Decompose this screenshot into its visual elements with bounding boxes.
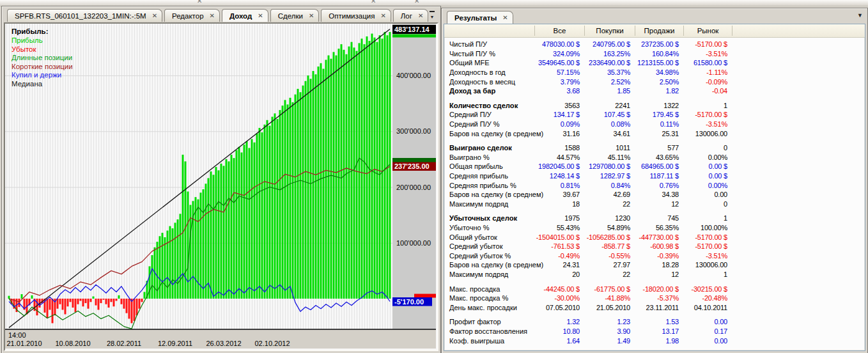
- tab-close-icon[interactable]: ✕: [380, 12, 385, 19]
- chart-window-tabstrip: SPFB.RTS_060101_132203_1MIN:-:5M✕Редакто…: [2, 6, 440, 22]
- x-tick-label: 02.10.2012: [254, 340, 290, 347]
- equity-bar: [88, 299, 89, 309]
- equity-bar: [149, 266, 151, 299]
- table-cell: -0.09%: [684, 78, 732, 86]
- row-label: Средняя прибыль %: [444, 182, 535, 189]
- table-cell: 1975: [535, 214, 585, 222]
- table-row[interactable]: Доход за бар3.681.851.82-0.04: [444, 86, 865, 96]
- table-row[interactable]: Убыточно %55.43%54.89%56.35%100.00%: [444, 223, 865, 233]
- column-header[interactable]: Покупки: [585, 26, 635, 36]
- tab-overflow-button[interactable]: ▼: [428, 10, 437, 19]
- table-cell: 1.98: [635, 337, 684, 345]
- table-cell: 20: [535, 271, 585, 278]
- table-row[interactable]: Средний убыток-761.53 $-858.77 $-600.98 …: [444, 242, 865, 251]
- table-row[interactable]: Макс. просадка %-30.00%-41.88%-5.37%-20.…: [444, 294, 865, 303]
- table-cell: 1: [684, 102, 732, 109]
- chart-window-tab[interactable]: Оптимизация✕: [321, 9, 391, 22]
- table-cell: 0.76%: [635, 182, 684, 189]
- chart-window-tab[interactable]: Редактор✕: [164, 9, 220, 22]
- table-row[interactable]: Средний убыток %-0.49%-0.55%-0.39%-3.51%: [444, 251, 865, 260]
- equity-bar: [172, 228, 174, 299]
- table-row[interactable]: Убыточных сделок197512307451: [444, 214, 865, 223]
- table-cell: -5170.00 $: [684, 111, 732, 118]
- tab-close-icon[interactable]: ✕: [258, 12, 263, 19]
- chart-window-tab[interactable]: SPFB.RTS_060101_132203_1MIN:-:5M✕: [7, 9, 162, 22]
- column-header[interactable]: Все: [535, 26, 585, 36]
- equity-bar: [52, 299, 54, 323]
- equity-chart[interactable]: 400'000.00300'000.00200'000.00100'000.00…: [5, 24, 436, 349]
- window-dropdown-icon[interactable]: ▼: [857, 12, 863, 19]
- table-row[interactable]: Общая прибыль1982045.00 $1297080.00 $684…: [444, 162, 865, 171]
- equity-bar: [379, 35, 381, 299]
- table-row[interactable]: Общий MFE3549645.00 $2336490.00 $1213155…: [444, 58, 865, 68]
- equity-bar: [151, 255, 153, 299]
- column-header-label[interactable]: [444, 26, 535, 36]
- chart-window-tab[interactable]: Лог✕: [393, 9, 429, 22]
- table-row[interactable]: Количество сделок3563224113221: [444, 101, 865, 111]
- table-row[interactable]: Средняя прибыль1248.14 $1282.97 $1187.11…: [444, 171, 865, 181]
- equity-bar: [297, 89, 299, 299]
- row-label: Фактор восстановления: [444, 327, 535, 335]
- table-row[interactable]: Профит фактор1.321.231.530.00: [444, 317, 865, 327]
- equity-bar: [302, 86, 304, 299]
- tab-close-icon[interactable]: ✕: [502, 14, 508, 21]
- column-header[interactable]: Рынок: [684, 26, 732, 36]
- table-row[interactable]: Коэф. выигрыша1.641.491.980.00: [444, 336, 865, 345]
- table-cell: 3.90: [585, 327, 635, 335]
- tab-close-icon[interactable]: ✕: [418, 12, 423, 19]
- table-row[interactable]: Средний П/У %0.09%0.08%0.11%-3.51%: [444, 120, 865, 129]
- table-row[interactable]: Общий убыток-1504015.00 $-1056285.00 $-4…: [444, 232, 865, 242]
- tab-close-icon[interactable]: ✕: [152, 12, 157, 19]
- tab-close-icon[interactable]: ✕: [309, 12, 314, 19]
- table-cell: 1.32: [535, 318, 585, 326]
- equity-bar: [318, 67, 320, 299]
- table-cell: -858.77 $: [585, 242, 635, 250]
- equity-bar: [356, 51, 358, 299]
- equity-bar: [366, 36, 368, 299]
- ghost-close-icon: ✕: [371, 0, 376, 4]
- table-row[interactable]: Максимум подряд1822120: [444, 200, 865, 209]
- equity-bar: [323, 69, 325, 299]
- table-row[interactable]: Баров на сделку (в среднем)39.6742.6934.…: [444, 190, 865, 200]
- table-row[interactable]: Средний П/У134.17 $107.45 $179.45 $-5170…: [444, 110, 865, 120]
- table-cell: 44.57%: [535, 153, 585, 161]
- table-row[interactable]: Баров на сделку (в среднем)24.3127.9718.…: [444, 260, 865, 270]
- table-row[interactable]: Средняя прибыль %0.81%0.84%0.76%0.00%: [444, 180, 865, 190]
- row-label: Общий MFE: [444, 59, 535, 67]
- chart-window-tab[interactable]: Доход✕: [222, 9, 268, 22]
- equity-bar: [246, 141, 248, 299]
- table-cell: 160.84%: [635, 50, 684, 58]
- table-cell: 1213155.00 $: [635, 59, 684, 67]
- equity-bar: [203, 189, 205, 299]
- equity-bar: [177, 219, 179, 299]
- row-label: Выиграно сделок: [444, 144, 535, 152]
- table-row[interactable]: Макс. просадка-44245.00 $-61775.00 $-180…: [444, 284, 865, 294]
- section-gap: [444, 138, 865, 143]
- table-row[interactable]: Баров на сделку (в среднем)31.1634.6125.…: [444, 129, 865, 138]
- table-cell: -1.11%: [684, 68, 732, 76]
- table-row[interactable]: Выиграно %44.57%45.11%43.65%0.00%: [444, 153, 865, 162]
- chart-window-tab[interactable]: Сделки✕: [270, 9, 320, 22]
- table-row[interactable]: Чистый П/У478030.00 $240795.00 $237235.0…: [444, 40, 865, 49]
- table-row[interactable]: День макс. просадки07.05.201021.05.20102…: [444, 302, 865, 312]
- equity-bar: [205, 184, 207, 299]
- table-row[interactable]: Доходность в год57.15%35.37%34.98%-1.11%: [444, 68, 865, 77]
- equity-bar: [218, 170, 220, 299]
- table-cell: 0: [684, 200, 732, 208]
- table-cell: 57.15%: [535, 68, 585, 76]
- short-end-label: 237'235.00: [394, 162, 430, 170]
- table-cell: 1.85: [585, 87, 635, 95]
- tab-close-icon[interactable]: ✕: [210, 12, 215, 19]
- equity-bar: [85, 299, 87, 303]
- results-window-tab[interactable]: Результаты✕: [447, 11, 513, 24]
- column-header[interactable]: Продажи: [635, 26, 684, 36]
- table-cell: 31.16: [535, 130, 585, 137]
- table-row[interactable]: Чистый П/У %324.09%163.25%160.84%-3.51%: [444, 49, 865, 59]
- table-row[interactable]: Фактор восстановления10.803.9013.170.17: [444, 327, 865, 336]
- table-row[interactable]: Максимум подряд2022121: [444, 270, 865, 279]
- table-row[interactable]: Выиграно сделок158810115770: [444, 143, 865, 153]
- x-tick-label: 12.09.2011: [158, 340, 192, 347]
- equity-bar: [361, 38, 363, 299]
- table-cell: 1.64: [535, 337, 585, 345]
- table-row[interactable]: Доходность в месяц3.79%2.52%2.50%-0.09%: [444, 77, 865, 86]
